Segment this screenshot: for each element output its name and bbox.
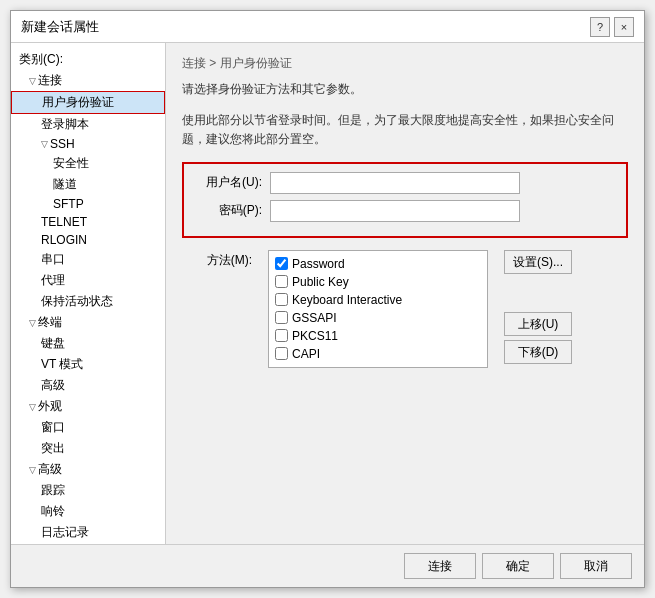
method-pkcs11: PKCS11 bbox=[269, 327, 487, 345]
sidebar-item-terminal[interactable]: ▽ 终端 bbox=[11, 312, 165, 333]
sidebar-item-login-script[interactable]: 登录脚本 bbox=[11, 114, 165, 135]
sidebar-item-auth[interactable]: 用户身份验证 bbox=[11, 91, 165, 114]
method-pkcs11-checkbox[interactable] bbox=[275, 329, 288, 342]
appearance-label: 外观 bbox=[38, 398, 62, 415]
expand-icon-advanced: ▽ bbox=[29, 465, 36, 475]
expand-icon-terminal: ▽ bbox=[29, 318, 36, 328]
username-input[interactable] bbox=[270, 172, 520, 194]
method-gssapi: GSSAPI bbox=[269, 309, 487, 327]
expand-icon-appearance: ▽ bbox=[29, 402, 36, 412]
sidebar-item-proxy[interactable]: 代理 bbox=[11, 270, 165, 291]
method-pkcs11-label: PKCS11 bbox=[292, 329, 338, 343]
method-keyboard-checkbox[interactable] bbox=[275, 293, 288, 306]
dialog-footer: 连接 确定 取消 bbox=[11, 544, 644, 587]
sidebar-item-serial[interactable]: 串口 bbox=[11, 249, 165, 270]
method-list: Password Public Key Keyboard Interactive… bbox=[268, 250, 488, 368]
sidebar-item-advanced[interactable]: ▽ 高级 bbox=[11, 459, 165, 480]
method-publickey-checkbox[interactable] bbox=[275, 275, 288, 288]
sidebar-item-logging[interactable]: 日志记录 bbox=[11, 522, 165, 543]
method-password: Password bbox=[269, 255, 487, 273]
settings-button[interactable]: 设置(S)... bbox=[504, 250, 572, 274]
sidebar-item-appearance[interactable]: ▽ 外观 bbox=[11, 396, 165, 417]
move-up-button[interactable]: 上移(U) bbox=[504, 312, 572, 336]
method-publickey-label: Public Key bbox=[292, 275, 349, 289]
cancel-button[interactable]: 取消 bbox=[560, 553, 632, 579]
sidebar-category-label: 类别(C): bbox=[11, 49, 165, 70]
sidebar-item-telnet[interactable]: TELNET bbox=[11, 213, 165, 231]
sidebar-item-vt-mode[interactable]: VT 模式 bbox=[11, 354, 165, 375]
method-capi: CAPI bbox=[269, 345, 487, 363]
password-row: 密码(P): bbox=[192, 200, 618, 222]
description2: 使用此部分以节省登录时间。但是，为了最大限度地提高安全性，如果担心安全问题，建议… bbox=[182, 111, 628, 149]
method-gssapi-checkbox[interactable] bbox=[275, 311, 288, 324]
credentials-section: 用户名(U): 密码(P): bbox=[182, 162, 628, 238]
expand-icon-connection: ▽ bbox=[29, 76, 36, 86]
sidebar-item-highlight[interactable]: 突出 bbox=[11, 438, 165, 459]
method-buttons: 设置(S)... 上移(U) 下移(D) bbox=[504, 250, 572, 364]
sidebar-item-keyboard[interactable]: 键盘 bbox=[11, 333, 165, 354]
sidebar-item-keepalive[interactable]: 保持活动状态 bbox=[11, 291, 165, 312]
sidebar-item-window[interactable]: 窗口 bbox=[11, 417, 165, 438]
title-bar: 新建会话属性 ? × bbox=[11, 11, 644, 43]
help-button[interactable]: ? bbox=[590, 17, 610, 37]
terminal-label: 终端 bbox=[38, 314, 62, 331]
method-publickey: Public Key bbox=[269, 273, 487, 291]
method-capi-label: CAPI bbox=[292, 347, 320, 361]
breadcrumb: 连接 > 用户身份验证 bbox=[182, 55, 628, 72]
title-buttons: ? × bbox=[590, 17, 634, 37]
dialog-title: 新建会话属性 bbox=[21, 18, 99, 36]
sidebar-item-trace[interactable]: 跟踪 bbox=[11, 480, 165, 501]
method-section: 方法(M): Password Public Key Keyboard Inte… bbox=[182, 250, 628, 368]
sidebar-item-connection[interactable]: ▽ 连接 bbox=[11, 70, 165, 91]
description1: 请选择身份验证方法和其它参数。 bbox=[182, 80, 628, 99]
password-input[interactable] bbox=[270, 200, 520, 222]
sidebar-item-bell[interactable]: 响铃 bbox=[11, 501, 165, 522]
dialog-window: 新建会话属性 ? × 类别(C): ▽ 连接 用户身份验证 登录脚本 ▽ SSH… bbox=[10, 10, 645, 588]
sidebar-item-tunnel[interactable]: 隧道 bbox=[11, 174, 165, 195]
connect-button[interactable]: 连接 bbox=[404, 553, 476, 579]
password-label: 密码(P): bbox=[192, 202, 262, 219]
close-button[interactable]: × bbox=[614, 17, 634, 37]
method-capi-checkbox[interactable] bbox=[275, 347, 288, 360]
dialog-body: 类别(C): ▽ 连接 用户身份验证 登录脚本 ▽ SSH 安全性 隧道 SFT… bbox=[11, 43, 644, 544]
sidebar-item-sftp[interactable]: SFTP bbox=[11, 195, 165, 213]
expand-icon-ssh: ▽ bbox=[41, 139, 48, 149]
sidebar-item-advanced-terminal[interactable]: 高级 bbox=[11, 375, 165, 396]
ssh-label: SSH bbox=[50, 137, 75, 151]
sidebar-item-rlogin[interactable]: RLOGIN bbox=[11, 231, 165, 249]
advanced-label: 高级 bbox=[38, 461, 62, 478]
method-keyboard-interactive: Keyboard Interactive bbox=[269, 291, 487, 309]
move-down-button[interactable]: 下移(D) bbox=[504, 340, 572, 364]
method-keyboard-label: Keyboard Interactive bbox=[292, 293, 402, 307]
method-password-label: Password bbox=[292, 257, 345, 271]
sidebar-item-security[interactable]: 安全性 bbox=[11, 153, 165, 174]
method-gssapi-label: GSSAPI bbox=[292, 311, 337, 325]
main-content: 连接 > 用户身份验证 请选择身份验证方法和其它参数。 使用此部分以节省登录时间… bbox=[166, 43, 644, 544]
sidebar-item-ssh[interactable]: ▽ SSH bbox=[11, 135, 165, 153]
method-password-checkbox[interactable] bbox=[275, 257, 288, 270]
sidebar: 类别(C): ▽ 连接 用户身份验证 登录脚本 ▽ SSH 安全性 隧道 SFT… bbox=[11, 43, 166, 544]
ok-button[interactable]: 确定 bbox=[482, 553, 554, 579]
username-label: 用户名(U): bbox=[192, 174, 262, 191]
username-row: 用户名(U): bbox=[192, 172, 618, 194]
connection-label: 连接 bbox=[38, 72, 62, 89]
method-label: 方法(M): bbox=[182, 250, 252, 269]
